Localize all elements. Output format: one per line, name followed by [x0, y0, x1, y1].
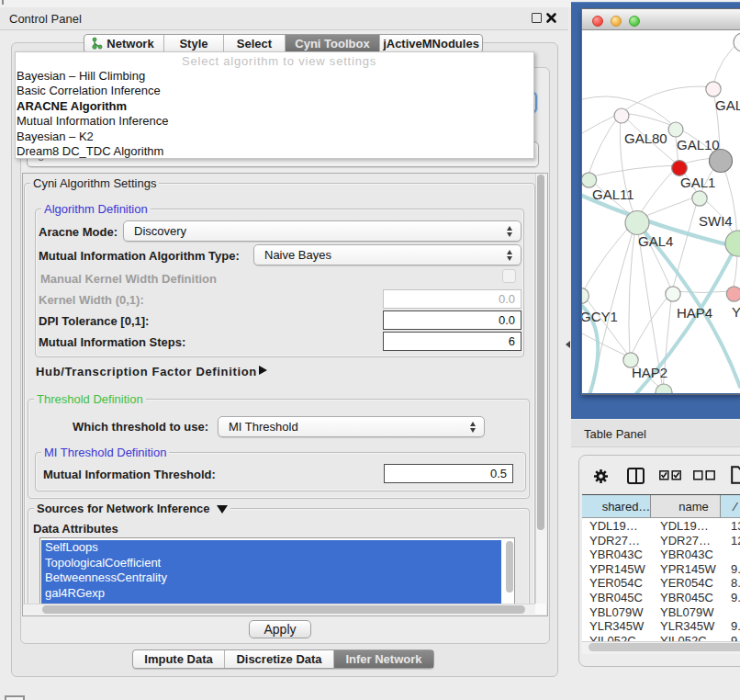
- svg-text:GAL7: GAL7: [715, 97, 740, 113]
- svg-text:GAL11: GAL11: [592, 186, 634, 202]
- svg-text:SWI4: SWI4: [699, 213, 733, 229]
- svg-text:HAP2: HAP2: [632, 365, 667, 380]
- svg-text:GAL1: GAL1: [680, 175, 715, 190]
- svg-text:GAL4: GAL4: [638, 233, 673, 249]
- svg-text:GAL10: GAL10: [677, 137, 720, 152]
- svg-text:Y: Y: [732, 304, 740, 320]
- svg-text:GCY1: GCY1: [582, 309, 618, 324]
- svg-text:HAP4: HAP4: [677, 305, 712, 321]
- svg-text:GAL80: GAL80: [624, 130, 667, 146]
